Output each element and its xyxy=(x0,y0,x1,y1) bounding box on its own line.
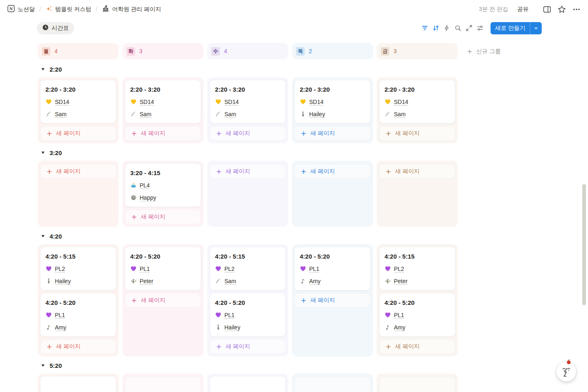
breadcrumb-item-template[interactable]: 템플릿 커스텀 xyxy=(44,5,93,14)
new-page-button[interactable] xyxy=(125,377,201,392)
vertical-scrollbar[interactable] xyxy=(582,184,586,305)
card-group-link[interactable]: PL1 xyxy=(215,311,280,320)
column-header-tue[interactable]: 화 3 xyxy=(122,43,204,59)
card-student-link[interactable]: Peter xyxy=(130,277,196,286)
card-group-link[interactable]: PL1 xyxy=(45,311,111,320)
new-page-button[interactable] xyxy=(294,377,371,392)
class-card[interactable]: 4:20 - 5:20 PL1 Amy xyxy=(379,293,455,337)
column-header-fri[interactable]: 금 3 xyxy=(377,43,458,59)
panel-toggle-icon[interactable] xyxy=(543,5,552,14)
collapse-triangle-icon[interactable] xyxy=(41,151,45,155)
new-page-button[interactable]: 새 페이지 xyxy=(125,210,201,224)
chat-avatar-button[interactable] xyxy=(556,362,576,381)
student-name: Amy xyxy=(309,278,321,284)
new-entry-button[interactable]: 새로 만들기 xyxy=(491,22,542,34)
board-cell-tue: 4:20 - 5:20 PL1 Peter 새 페이지 xyxy=(122,244,204,356)
new-page-button[interactable]: 새 페이지 xyxy=(210,339,286,354)
card-student-link[interactable]: Sam xyxy=(45,110,111,119)
tab-timetable[interactable]: 시간표 xyxy=(37,22,74,34)
card-group-link[interactable]: PL1 xyxy=(130,264,196,273)
card-group-link[interactable]: PL4 xyxy=(130,181,196,190)
plus-icon xyxy=(216,169,222,175)
collapse-triangle-icon[interactable] xyxy=(41,363,45,367)
card-group-link[interactable]: SD14 xyxy=(130,97,196,106)
new-page-button[interactable]: 새 페이지 xyxy=(379,126,455,141)
new-page-button[interactable]: 새 페이지 xyxy=(40,126,116,141)
class-card[interactable]: 4:20 - 5:15 PL2 Peter xyxy=(379,247,455,291)
new-page-button[interactable]: 새 페이지 xyxy=(125,126,201,141)
search-icon[interactable] xyxy=(452,23,464,34)
class-card[interactable]: 4:20 - 5:20 PL1 Amy xyxy=(294,247,371,291)
card-group-link[interactable]: PL1 xyxy=(384,311,450,320)
class-card[interactable]: 4:20 - 5:20 PL1 Amy xyxy=(40,293,116,337)
card-group-link[interactable]: SD14 xyxy=(384,97,450,106)
class-card[interactable]: 4:20 - 5:15 PL2 Hailey xyxy=(40,247,116,291)
breadcrumb-item-page[interactable]: 어학원 관리 페이지 xyxy=(100,4,163,14)
class-card[interactable]: 2:20 - 3:20 SD14 Sam xyxy=(210,80,286,124)
card-student-link[interactable]: Amy xyxy=(384,323,450,332)
card-student-link[interactable]: Sam xyxy=(215,277,280,286)
purple-heart-icon xyxy=(384,312,391,318)
new-page-button[interactable]: 새 페이지 xyxy=(294,126,371,141)
new-page-button[interactable] xyxy=(379,377,455,392)
share-button[interactable]: 공유 xyxy=(517,6,529,13)
sort-icon[interactable] xyxy=(430,23,441,34)
class-card[interactable]: 2:20 - 3:20 SD14 Sam xyxy=(379,80,455,124)
class-card[interactable]: 2:20 - 3:20 SD14 Hailey xyxy=(294,80,371,124)
class-card[interactable] xyxy=(40,376,116,392)
new-page-button[interactable]: 새 페이지 xyxy=(379,164,455,179)
card-group-link[interactable]: PL2 xyxy=(384,264,450,273)
card-group-link[interactable]: PL1 xyxy=(300,264,365,273)
collapse-triangle-icon[interactable] xyxy=(41,234,45,238)
card-group-link[interactable]: SD14 xyxy=(215,97,280,106)
card-student-link[interactable]: Amy xyxy=(300,277,365,286)
lightning-icon[interactable] xyxy=(441,23,452,34)
necktie-icon xyxy=(300,111,306,117)
collapse-triangle-icon[interactable] xyxy=(41,67,45,71)
new-page-button[interactable]: 새 페이지 xyxy=(210,126,286,141)
card-group-link[interactable]: SD14 xyxy=(300,97,365,106)
breadcrumb-item-workspace[interactable]: N 노션달 xyxy=(6,4,36,14)
class-card[interactable]: 2:20 - 3:20 SD14 Sam xyxy=(125,80,201,124)
new-page-button[interactable]: 새 페이지 xyxy=(294,293,371,308)
class-card[interactable]: 2:20 - 3:20 SD14 Sam xyxy=(40,80,116,124)
class-card[interactable]: 4:20 - 5:20 PL1 Hailey xyxy=(210,293,286,337)
card-student-link[interactable]: Hailey xyxy=(215,323,280,332)
new-page-button[interactable]: 새 페이지 xyxy=(40,339,116,354)
card-student-link[interactable]: Hailey xyxy=(300,110,365,119)
column-header-mon[interactable]: 월 4 xyxy=(38,43,119,59)
class-card[interactable] xyxy=(210,376,286,392)
new-entry-label[interactable]: 새로 만들기 xyxy=(491,22,530,34)
card-student-link[interactable]: Sam xyxy=(130,110,196,119)
column-header-wed[interactable]: 수 4 xyxy=(207,43,288,59)
class-card[interactable]: 4:20 - 5:15 PL2 Sam xyxy=(210,247,286,291)
card-count: 3 xyxy=(139,48,142,54)
card-student-link[interactable]: Happy xyxy=(130,193,196,202)
settings-sliders-icon[interactable] xyxy=(475,23,486,34)
expand-icon[interactable] xyxy=(464,23,475,34)
card-student-link[interactable]: Sam xyxy=(215,110,280,119)
card-group-link[interactable]: PL2 xyxy=(215,264,280,273)
card-student-link[interactable]: Amy xyxy=(45,323,111,332)
new-page-button[interactable]: 새 페이지 xyxy=(40,164,116,179)
student-name: Sam xyxy=(224,111,236,117)
card-student-link[interactable]: Peter xyxy=(384,277,450,286)
card-student-link[interactable]: Sam xyxy=(384,110,450,119)
card-group-link[interactable]: SD14 xyxy=(45,97,111,106)
new-page-button[interactable]: 새 페이지 xyxy=(125,293,201,308)
new-page-button[interactable]: 새 페이지 xyxy=(210,164,286,179)
chevron-down-icon[interactable] xyxy=(530,22,542,34)
card-student-link[interactable]: Hailey xyxy=(45,277,111,286)
filter-icon[interactable] xyxy=(419,23,430,34)
add-group-button[interactable]: 신규 그룹 xyxy=(467,48,501,55)
new-page-button[interactable]: 새 페이지 xyxy=(294,164,371,179)
more-options-icon[interactable] xyxy=(572,5,581,14)
class-card[interactable]: 4:20 - 5:20 PL1 Peter xyxy=(125,247,201,291)
new-page-button[interactable]: 새 페이지 xyxy=(379,339,455,354)
favorite-star-icon[interactable] xyxy=(557,5,566,14)
group-name: PL1 xyxy=(224,312,235,318)
column-header-thu[interactable]: 목 2 xyxy=(292,43,373,59)
class-card[interactable]: 3:20 - 4:15 PL4 Happy xyxy=(125,163,201,207)
purple-heart-icon xyxy=(300,266,306,272)
card-group-link[interactable]: PL2 xyxy=(45,264,111,273)
